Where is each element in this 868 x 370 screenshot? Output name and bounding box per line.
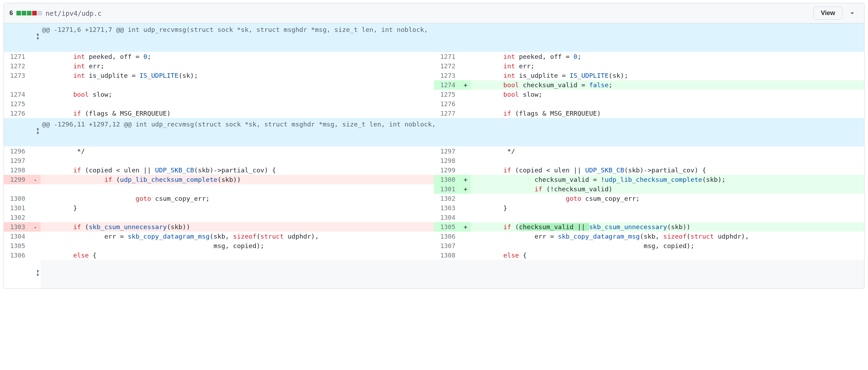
left-lineno[interactable]: 1298 [4,165,30,175]
right-lineno[interactable]: 1305 [434,222,460,232]
left-sign [30,241,41,251]
right-lineno[interactable]: 1299 [434,165,460,175]
left-code [41,99,434,109]
left-lineno[interactable]: 1300 [4,194,30,203]
diff-row-addition: 1274+ bool checksum_valid = false; [4,80,864,90]
left-lineno[interactable]: 1303 [4,222,30,232]
diff-row: 1304 err = skb_copy_datagram_msg(skb, si… [4,232,864,241]
diff-row-addition: 1301+ if (!checksum_valid) [4,184,864,194]
left-code: */ [41,146,434,156]
right-sign: + [460,222,471,232]
diff-file: 6 net/ipv4/udp.c View [4,3,864,289]
right-lineno[interactable]: 1304 [434,213,460,222]
left-lineno[interactable]: 1271 [4,52,30,61]
diff-row: 1301 } 1303 } [4,203,864,213]
file-path[interactable]: net/ipv4/udp.c [46,9,102,17]
left-sign: - [30,222,41,232]
file-header-left: 6 net/ipv4/udp.c [9,9,102,17]
left-lineno[interactable]: 1301 [4,203,30,213]
view-button[interactable]: View [813,7,842,20]
right-lineno[interactable]: 1306 [434,232,460,241]
left-code: int err; [41,61,434,71]
left-lineno[interactable]: 1276 [4,109,30,118]
expand-row [4,260,864,288]
right-sign [460,156,471,165]
left-code: if (copied < ulen || UDP_SKB_CB(skb)->pa… [41,165,434,175]
right-lineno[interactable]: 1274 [434,80,460,90]
diff-row: 1297 1298 [4,156,864,165]
right-lineno[interactable]: 1272 [434,61,460,71]
right-lineno[interactable]: 1298 [434,156,460,165]
left-sign [30,146,41,156]
diff-row: 1276 if (flags & MSG_ERRQUEUE) 1277 if (… [4,109,864,118]
right-lineno[interactable]: 1307 [434,241,460,251]
diff-row: 1300 goto csum_copy_err; 1302 goto csum_… [4,194,864,203]
left-code [41,80,434,90]
right-code: int peeked, off = 0; [471,52,864,61]
left-lineno[interactable]: 1304 [4,232,30,241]
left-code: else { [41,251,434,260]
left-lineno[interactable]: 1296 [4,146,30,156]
right-lineno[interactable]: 1303 [434,203,460,213]
diffstat [16,11,42,15]
diffstat-neutral-block [37,11,42,15]
right-sign [460,52,471,61]
left-lineno[interactable]: 1302 [4,213,30,222]
left-code: int is_udplite = IS_UDPLITE(sk); [41,71,434,80]
diff-row: 1272 int err; 1272 int err; [4,61,864,71]
right-sign [460,165,471,175]
expand-down[interactable] [4,260,41,288]
right-code: bool slow; [471,90,864,99]
right-lineno[interactable]: 1277 [434,109,460,118]
right-code: */ [471,146,864,156]
right-lineno[interactable]: 1301 [434,184,460,194]
left-sign [30,156,41,165]
left-code: err = skb_copy_datagram_msg(skb, sizeof(… [41,232,434,241]
right-lineno[interactable]: 1308 [434,251,460,260]
right-sign [460,232,471,241]
left-lineno[interactable]: 1305 [4,241,30,251]
right-sign [460,61,471,71]
left-lineno[interactable]: 1306 [4,251,30,260]
expand-hunk[interactable] [4,23,41,52]
right-sign [460,90,471,99]
expand-hunk[interactable] [4,118,41,146]
right-sign [460,71,471,80]
right-code: if (checksum_valid || skb_csum_unnecessa… [471,222,864,232]
left-lineno[interactable]: 1272 [4,61,30,71]
chevron-down-icon [849,10,856,17]
left-lineno[interactable]: 1273 [4,71,30,80]
left-lineno[interactable]: 1299 [4,175,30,184]
left-sign [30,184,41,194]
right-sign [460,146,471,156]
right-lineno[interactable]: 1300 [434,175,460,184]
unfold-down-icon [34,269,41,276]
left-lineno[interactable]: 1297 [4,156,30,165]
diff-row: 1302 1304 [4,213,864,222]
left-code: if (udp_lib_checksum_complete(skb)) [41,175,434,184]
left-lineno[interactable]: 1275 [4,99,30,109]
right-code: else { [471,251,864,260]
left-lineno [4,80,30,90]
diffstat-add-block [16,11,21,15]
right-lineno[interactable]: 1275 [434,90,460,99]
right-code: checksum_valid = !udp_lib_checksum_compl… [471,175,864,184]
left-sign [30,194,41,203]
diff-row: 1299- if (udp_lib_checksum_complete(skb)… [4,175,864,184]
left-sign: - [30,175,41,184]
diffstat-del-block [32,11,37,15]
diff-row: 1306 else { 1308 else { [4,251,864,260]
right-lineno[interactable]: 1297 [434,146,460,156]
left-sign [30,99,41,109]
collapse-toggle[interactable] [846,7,859,20]
right-lineno[interactable]: 1276 [434,99,460,109]
right-lineno[interactable]: 1302 [434,194,460,203]
left-sign [30,203,41,213]
right-lineno[interactable]: 1273 [434,71,460,80]
left-lineno[interactable]: 1274 [4,90,30,99]
left-code: if (flags & MSG_ERRQUEUE) [41,109,434,118]
right-code: if (!checksum_valid) [471,184,864,194]
hunk-text: @@ -1296,11 +1297,12 @@ int udp_recvmsg(… [41,118,864,146]
left-sign [30,251,41,260]
right-lineno[interactable]: 1271 [434,52,460,61]
